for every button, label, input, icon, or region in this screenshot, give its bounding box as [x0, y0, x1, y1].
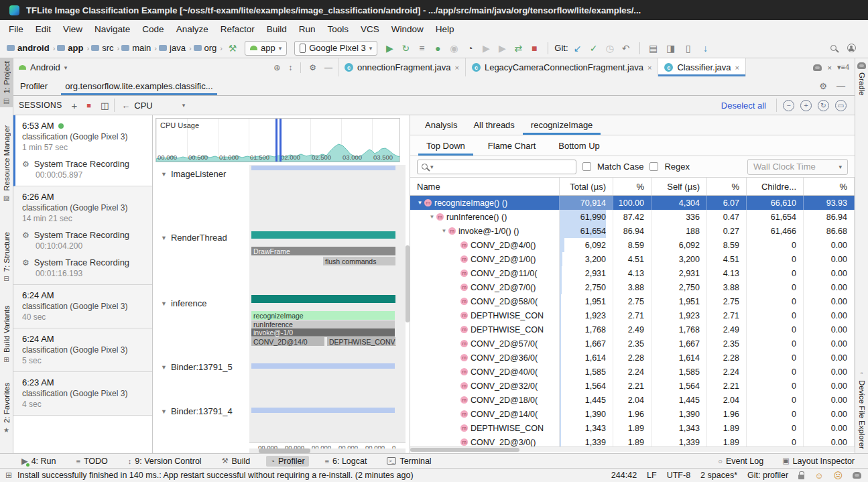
expand-collapse-icon[interactable]: ↕ — [288, 63, 292, 72]
debug-icon[interactable]: ● — [430, 43, 445, 54]
run-icon[interactable]: ▶ — [382, 43, 397, 54]
menu-item[interactable]: Code — [136, 20, 170, 38]
zoom-in-icon[interactable]: + — [800, 100, 812, 111]
menu-item[interactable]: Window — [385, 20, 430, 38]
toolwindow-terminal[interactable]: >_ Terminal — [383, 456, 435, 467]
hog-icon[interactable] — [813, 64, 822, 71]
search-icon[interactable] — [830, 45, 836, 51]
session-item[interactable]: 6:26 AM classification (Google Pixel 3) … — [13, 186, 152, 285]
analysis-subtab[interactable]: Top Down — [418, 135, 473, 156]
menu-item[interactable]: Build — [261, 20, 293, 38]
status-segment[interactable]: 244:42 — [611, 471, 637, 480]
table-row[interactable]: m CONV_2D@57/0( 1,667 2.35 1,667 2.35 0 … — [410, 337, 855, 351]
profiler-session-tab[interactable]: org.tensorflow.lite.examples.classific..… — [61, 76, 216, 95]
column-header-children[interactable]: Childre... — [747, 178, 804, 195]
close-icon[interactable]: × — [454, 64, 458, 72]
toolwindow-build[interactable]: ⚒ Build — [218, 456, 255, 467]
session-item[interactable]: 6:53 AM classification (Google Pixel 3) … — [13, 115, 152, 186]
expander-icon[interactable]: ▼ — [416, 200, 424, 206]
gear-icon[interactable]: ⚙ — [309, 63, 316, 72]
menu-item[interactable]: VCS — [355, 20, 385, 38]
clock-type-select[interactable]: Wall Clock Time ▾ — [747, 159, 848, 175]
thread-label[interactable]: ▼ RenderThread — [161, 233, 227, 243]
menu-item[interactable]: Analyze — [170, 20, 214, 38]
deselect-all-link[interactable]: Deselect all — [721, 101, 766, 111]
stop-session-icon[interactable]: ■ — [86, 101, 91, 109]
table-row[interactable]: m CONV_2D@36/0( 1,614 2.28 1,614 2.28 0 … — [410, 351, 855, 365]
binder5-activity-bar[interactable] — [251, 363, 395, 369]
zoom-out-icon[interactable]: − — [783, 100, 794, 111]
breadcrumb-item[interactable]: java › — [159, 43, 192, 53]
menu-item[interactable]: Edit — [29, 20, 57, 38]
trace-event-depthwise-conv[interactable]: DEPTHWISE_CONV_... — [327, 337, 395, 346]
status-segment[interactable]: Git: profiler — [747, 471, 788, 480]
menu-item[interactable]: Refactor — [214, 20, 261, 38]
selection-line[interactable] — [275, 119, 277, 162]
window-icon[interactable]: ⊞ — [5, 471, 12, 480]
project-structure-icon[interactable]: ▤ — [646, 43, 661, 54]
match-case-checkbox[interactable] — [582, 162, 591, 171]
analysis-subtab[interactable]: Flame Chart — [480, 135, 544, 156]
column-header-self[interactable]: Self (µs) — [652, 178, 707, 195]
binder4-activity-bar[interactable] — [251, 408, 395, 413]
run-config-select[interactable]: app ▾ — [245, 41, 287, 56]
tool-button-gradle[interactable]: Gradle — [857, 62, 866, 96]
status-segment[interactable]: 2 spaces* — [700, 471, 737, 480]
trace-event-conv2d[interactable]: CONV_2D@14/0 — [251, 337, 324, 346]
imagelistener-activity-bar[interactable] — [251, 166, 395, 170]
selection-line[interactable] — [280, 119, 282, 162]
device-select[interactable]: Google Pixel 3 ▾ — [294, 41, 377, 56]
toolwindow-logcat[interactable]: ≡ 6: Logcat — [321, 456, 371, 467]
editor-tab[interactable]: c LegacyCameraConnectionFragment.java × — [466, 58, 658, 76]
git-history-icon[interactable]: ◷ — [603, 43, 617, 54]
breadcrumb-item[interactable]: app › — [57, 43, 90, 53]
trace-event-recognizeimage[interactable]: recognizeImage — [251, 311, 395, 320]
layout-inspector-button[interactable]: ▣ Layout Inspector — [778, 456, 859, 467]
profile-avatar-icon[interactable] — [847, 44, 856, 52]
menu-item[interactable]: Tools — [322, 20, 355, 38]
git-rollback-icon[interactable]: ↶ — [619, 43, 633, 54]
lock-icon[interactable] — [798, 475, 804, 479]
toolwindow-version-control[interactable]: ↕ 9: Version Control — [124, 456, 206, 467]
thread-label[interactable]: ▼ inference — [161, 298, 206, 308]
sync-icon[interactable]: ⇄ — [511, 43, 525, 54]
session-item[interactable]: 6:23 AM classification (Google Pixel 3) … — [13, 372, 152, 416]
trace-event-drawframe[interactable]: DrawFrame — [251, 247, 395, 255]
tool-button-project[interactable]: 1: Project ▤ — [0, 58, 13, 107]
reset-zoom-icon[interactable]: ↻ — [818, 100, 829, 111]
git-update-icon[interactable]: ↙ — [570, 43, 585, 54]
scrollbar-thumb[interactable] — [259, 448, 310, 453]
zoom-to-selection-icon[interactable]: ▭ — [835, 100, 847, 111]
column-header-name[interactable]: Name — [410, 178, 560, 195]
scrollbar-thumb[interactable] — [410, 448, 519, 452]
hide-panel-icon[interactable]: — — [836, 81, 845, 91]
close-icon[interactable]: × — [647, 64, 652, 72]
column-header-pct[interactable]: % — [707, 178, 747, 195]
expander-icon[interactable]: ▼ — [428, 214, 436, 220]
analysis-tab[interactable]: All threads — [465, 115, 522, 135]
run-tasks-icon[interactable]: ≡ — [414, 43, 429, 54]
project-panel-header[interactable]: Android ▾ ⊕ ↕ ⚙ — — [13, 58, 338, 76]
emulator-icon[interactable]: ◨ — [664, 43, 678, 54]
thread-label[interactable]: ▼ Binder:13791_5 — [161, 362, 233, 372]
hide-panel-icon[interactable]: — — [324, 63, 332, 72]
scrollbar-thumb[interactable] — [406, 245, 410, 322]
table-row[interactable]: m CONV_2D@11/0( 2,931 4.13 2,931 4.13 0 … — [410, 266, 855, 280]
table-row[interactable]: m DEPTHWISE_CON 1,343 1.89 1,343 1.89 0 … — [410, 421, 855, 435]
toolwindow-todo[interactable]: ≡ TODO — [72, 456, 111, 467]
search-input[interactable]: ▾ — [417, 160, 576, 174]
coverage-icon[interactable]: ◉ — [446, 43, 461, 54]
table-row[interactable]: m CONV_2D@7/0() 2,750 3.88 2,750 3.88 0 … — [410, 280, 855, 294]
close-icon[interactable]: × — [735, 64, 739, 72]
profiler-stage-select[interactable]: CPU ▾ — [130, 101, 189, 111]
sad-face-icon[interactable]: ☹ — [833, 471, 843, 481]
sdk-manager-icon[interactable]: ↓ — [698, 43, 713, 54]
tool-button-build-variants[interactable]: Build Variants ⊞ — [0, 303, 13, 366]
toolwindow-profiler[interactable]: ◔ Profiler — [266, 456, 308, 467]
column-header-total[interactable]: Total (µs) — [560, 178, 613, 195]
table-row[interactable]: m CONV_2D@1/0() 3,200 4.51 3,200 4.51 0 … — [410, 252, 855, 266]
thread-label[interactable]: ▼ Binder:13791_4 — [161, 406, 233, 416]
apply-changes-icon[interactable]: ↻ — [398, 43, 413, 54]
trace-event-invoke[interactable]: invoke@-1/0 — [251, 328, 395, 337]
analysis-subtab[interactable]: Bottom Up — [550, 135, 607, 156]
